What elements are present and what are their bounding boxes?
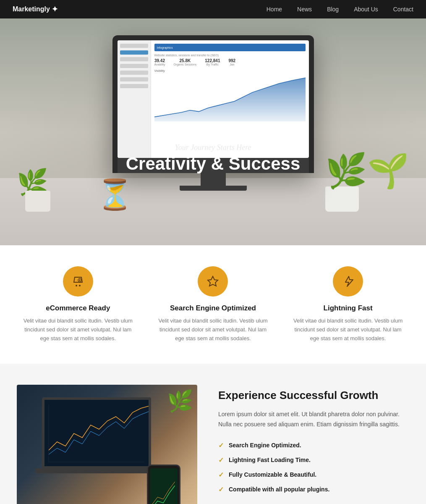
logo-icon: ✦ [52, 5, 58, 14]
stat-4: 992 Jan [228, 58, 235, 66]
feature-seo: Search Engine Optimized Velit vitae dui … [154, 266, 272, 343]
plant-right: 🌿🌱 [325, 151, 409, 212]
stat-3: 122,841 By Traffic [205, 58, 220, 66]
growth-desc: Lorem ipsum dolor sit amet elit. Ut blan… [218, 410, 409, 430]
sidebar-item-1 [120, 44, 148, 48]
growth-list-label-4: Compatible with all popular plugins. [229, 486, 329, 493]
nav-link-contact[interactable]: Contact [393, 6, 413, 13]
monitor-stand-neck [201, 173, 226, 186]
growth-section: ☕ 🌿 Experience Successful Growth Lorem i… [0, 364, 426, 504]
screen-header-bar: Infographics [154, 44, 306, 51]
sidebar-item-2 [120, 50, 148, 55]
stat-2-label: Organic Sessions [173, 63, 196, 66]
navigation: Marketingly ✦ Home News Blog About Us Co… [0, 0, 426, 18]
growth-list-item-2: ✓ Lightning Fast Loading Time. [218, 456, 409, 464]
stat-1-label: Avability [154, 63, 165, 66]
stat-3-value: 122,841 [205, 58, 220, 63]
svg-rect-4 [44, 400, 149, 466]
feature-seo-title: Search Engine Optimized [154, 304, 272, 312]
ecommerce-icon [63, 266, 93, 297]
screen-stats: 39.42 Avability 25.8K Organic Sessions 1… [154, 58, 306, 66]
sidebar-item-4 [120, 64, 148, 68]
feature-ecommerce-desc: Velit vitae dui blandit sollic itudin. V… [19, 317, 137, 343]
check-icon-1: ✓ [218, 441, 224, 449]
nav-links: Home News Blog About Us Contact [267, 5, 413, 13]
feature-fast: Lightning Fast Velit vitae dui blandit s… [289, 266, 407, 343]
monitor-stand-base [180, 186, 247, 191]
hero-text: Your Journey Starts Here Creativity & Su… [126, 143, 301, 174]
feature-ecommerce: eCommerce Ready Velit vitae dui blandit … [19, 266, 137, 343]
laptop-screen [42, 397, 151, 469]
growth-list-label-2: Lightning Fast Loading Time. [229, 457, 311, 463]
hero-title: Creativity & Success [126, 154, 301, 174]
growth-list-label-1: Search Engine Optimized. [229, 442, 301, 449]
phone-mockup [147, 465, 180, 504]
nav-link-blog[interactable]: Blog [327, 6, 339, 13]
logo[interactable]: Marketingly ✦ [13, 5, 58, 14]
plant-pot-left [25, 191, 50, 212]
growth-list-label-3: Fully Customizable & Beautiful. [229, 471, 316, 478]
stat-4-value: 992 [228, 58, 235, 63]
plant-left: 🌿 [13, 128, 63, 212]
laptop-base [35, 468, 157, 473]
screen-stats-label: Website statistics, sessions and transfe… [154, 54, 306, 57]
feature-fast-title: Lightning Fast [289, 304, 407, 312]
check-icon-3: ✓ [218, 471, 224, 479]
screen-main: Infographics Website statistics, session… [151, 40, 309, 158]
sidebar-item-7 [120, 84, 148, 88]
growth-image: ☕ 🌿 [17, 385, 197, 504]
phone-screen [150, 468, 178, 504]
stat-3-label: By Traffic [205, 63, 220, 66]
feature-seo-desc: Velit vitae dui blandit sollic itudin. V… [154, 317, 272, 343]
fast-icon [333, 266, 363, 297]
stat-2-value: 25.8K [173, 58, 196, 63]
plant-leaves-right-icon: 🌿🌱 [325, 151, 409, 191]
stat-4-label: Jan [228, 63, 235, 66]
feature-ecommerce-title: eCommerce Ready [19, 304, 137, 312]
screen-sidebar [118, 40, 151, 158]
plant-growth-icon: 🌿 [167, 389, 193, 413]
check-icon-4: ✓ [218, 486, 224, 494]
growth-list-item-4: ✓ Compatible with all popular plugins. [218, 486, 409, 494]
growth-list-item-3: ✓ Fully Customizable & Beautiful. [218, 471, 409, 479]
hero-subtitle: Your Journey Starts Here [126, 143, 301, 152]
monitor-screen: Infographics Website statistics, session… [118, 40, 309, 158]
growth-title: Experience Successful Growth [218, 389, 409, 402]
svg-point-0 [76, 285, 77, 286]
screen-header-label: Infographics [157, 46, 173, 49]
sidebar-item-3 [120, 57, 148, 61]
nav-link-about[interactable]: About Us [354, 6, 378, 13]
chart-label: Visibility [154, 69, 306, 72]
check-icon-2: ✓ [218, 456, 224, 464]
svg-point-1 [79, 285, 81, 286]
chart-svg [154, 74, 306, 124]
features-section: eCommerce Ready Velit vitae dui blandit … [0, 245, 426, 364]
stat-1-value: 39.42 [154, 58, 165, 63]
sidebar-item-6 [120, 77, 148, 81]
svg-marker-3 [208, 276, 218, 286]
feature-fast-desc: Velit vitae dui blandit sollic itudin. V… [289, 317, 407, 343]
stat-1: 39.42 Avability [154, 58, 165, 66]
growth-list-item-1: ✓ Search Engine Optimized. [218, 441, 409, 449]
logo-text: Marketingly [13, 5, 50, 13]
hero-section: 🌿 ⏳ 🌿🌱 [0, 18, 426, 245]
sidebar-item-5 [120, 71, 148, 75]
screen-chart: Visibility [154, 69, 306, 128]
nav-link-news[interactable]: News [297, 6, 312, 13]
growth-list: ✓ Search Engine Optimized. ✓ Lightning F… [218, 441, 409, 494]
stat-2: 25.8K Organic Sessions [173, 58, 196, 66]
nav-link-home[interactable]: Home [267, 6, 282, 13]
growth-content: Experience Successful Growth Lorem ipsum… [218, 385, 409, 494]
seo-icon [198, 266, 228, 297]
